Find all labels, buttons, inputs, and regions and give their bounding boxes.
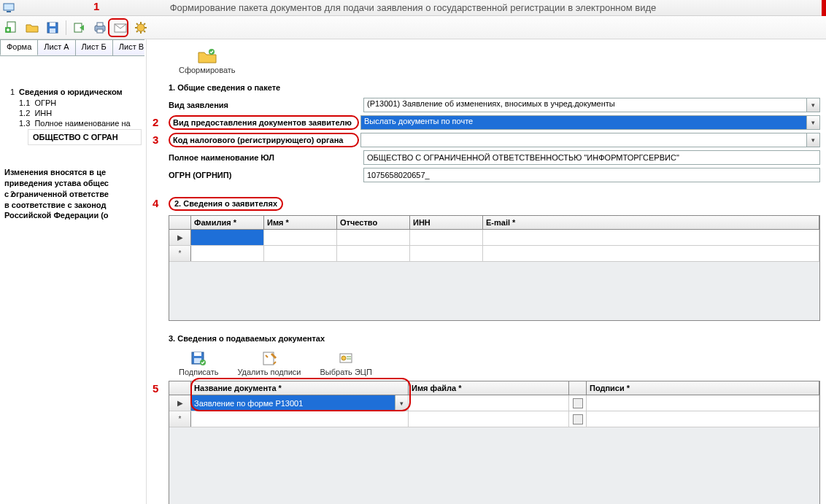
- tab-forma[interactable]: Форма: [0, 39, 38, 55]
- field-ogrn[interactable]: [363, 168, 820, 182]
- window-title: Формирование пакета документов для подач…: [0, 2, 826, 13]
- col-doc-name[interactable]: Название документа *: [191, 381, 409, 395]
- new-cell[interactable]: [410, 246, 483, 261]
- tab-list-v[interactable]: Лист В: [112, 39, 144, 55]
- row-selector-new[interactable]: *: [169, 246, 191, 261]
- svg-rect-9: [97, 23, 103, 26]
- label-application-type: Вид заявления: [169, 101, 362, 109]
- col-inn[interactable]: ИНН: [410, 216, 483, 229]
- annotation-4: 4: [153, 197, 158, 209]
- doc-row-new[interactable]: *: [169, 411, 191, 427]
- doc-name-dropdown-btn[interactable]: ▾: [395, 395, 408, 411]
- save-button[interactable]: [44, 19, 61, 36]
- svg-rect-15: [194, 352, 201, 356]
- documents-grid[interactable]: Название документа * Имя файла * Подписи…: [169, 381, 820, 504]
- tab-list-b[interactable]: Лист Б: [75, 39, 113, 55]
- sign-label: Подписать: [179, 368, 218, 376]
- delete-sign-label: Удалить подписи: [237, 368, 301, 376]
- new-cell[interactable]: [569, 411, 587, 427]
- annotation-3: 3: [153, 133, 158, 146]
- open-button[interactable]: [23, 19, 41, 36]
- col-email[interactable]: E-mail *: [483, 216, 819, 229]
- cell-email[interactable]: [483, 230, 819, 245]
- titlebar: Формирование пакета документов для подач…: [0, 0, 826, 16]
- settings-button[interactable]: [132, 19, 150, 36]
- form-package-label: Сформировать: [179, 66, 236, 74]
- org-name-box: ОБЩЕСТВО С ОГРАН: [28, 129, 142, 145]
- new-cell[interactable]: [191, 411, 409, 427]
- left-tabs: Форма Лист А Лист Б Лист В: [0, 39, 144, 55]
- col-flag[interactable]: [569, 381, 587, 395]
- choose-cert-button[interactable]: Выбрать ЭЦП: [317, 349, 375, 378]
- cell-signatures[interactable]: [587, 395, 819, 411]
- col-file-name[interactable]: Имя файла *: [409, 381, 569, 395]
- delete-sign-button[interactable]: Удалить подписи: [234, 349, 304, 378]
- field-full-name[interactable]: [363, 150, 820, 165]
- field-application-type[interactable]: (Р13001) Заявление об изменениях, вносим…: [363, 98, 807, 112]
- grid-empty-area: [169, 427, 819, 504]
- new-cell[interactable]: [483, 246, 819, 261]
- new-cell[interactable]: [587, 411, 819, 427]
- svg-rect-10: [97, 29, 103, 33]
- col-firstname[interactable]: Имя *: [264, 216, 337, 229]
- tab-list-a[interactable]: Лист А: [37, 39, 75, 55]
- group2-index: 2: [4, 189, 15, 200]
- group1-title: Сведения о юридическом: [19, 88, 123, 96]
- item-1-3: 1.3 Полное наименование на: [19, 119, 131, 128]
- group1-index: 1: [4, 88, 15, 96]
- cell-lastname[interactable]: [191, 230, 264, 245]
- mail-button[interactable]: [112, 19, 129, 36]
- section1-title: 1. Общие сведения о пакете: [169, 83, 820, 92]
- unchecked-box-icon[interactable]: [573, 398, 583, 408]
- dropdown-application-type[interactable]: ▾: [807, 98, 820, 112]
- row-selector-current[interactable]: ▶: [169, 230, 191, 245]
- col-patronymic[interactable]: Отчество: [337, 216, 410, 229]
- cell-doc-name[interactable]: Заявление по форме Р13001 ▾: [191, 395, 409, 411]
- field-delivery-method[interactable]: Выслать документы по почте: [360, 115, 807, 130]
- doc-row-selector[interactable]: ▶: [169, 395, 191, 411]
- item-1-2: 1.2 ИНН: [19, 109, 52, 117]
- label-delivery-method: Вид предоставления документов заявителю: [169, 115, 359, 130]
- delete-sign-icon: [260, 350, 278, 366]
- cell-firstname[interactable]: [264, 230, 337, 245]
- print-button[interactable]: [91, 19, 109, 36]
- label-ogrn: ОГРН (ОГРНИП): [169, 171, 362, 179]
- window-close-edge[interactable]: [822, 0, 826, 16]
- changes-text: Изменения вносятся в це приведения устав…: [4, 167, 142, 221]
- col-signatures[interactable]: Подписи *: [587, 381, 819, 395]
- new-file-button[interactable]: [3, 19, 20, 36]
- doc-name-dropdown-display[interactable]: Заявление по форме Р13001: [191, 395, 395, 411]
- svg-point-20: [341, 356, 346, 360]
- new-cell[interactable]: [191, 246, 264, 261]
- new-cell[interactable]: [409, 411, 569, 427]
- dropdown-tax-code[interactable]: ▾: [807, 133, 820, 147]
- new-cell[interactable]: [264, 246, 337, 261]
- cell-patronymic[interactable]: [337, 230, 410, 245]
- svg-rect-6: [50, 28, 55, 33]
- toolbar-separator: [66, 20, 66, 35]
- cell-inn[interactable]: [410, 230, 483, 245]
- cell-file-name[interactable]: [409, 395, 569, 411]
- right-pane: Сформировать 1. Общие сведения о пакете …: [146, 39, 826, 504]
- annotation-5: 5: [153, 382, 158, 395]
- toolbar: 1: [0, 16, 826, 39]
- export-button[interactable]: [71, 19, 88, 36]
- unchecked-box-icon[interactable]: [573, 414, 583, 424]
- sign-button[interactable]: Подписать: [176, 349, 221, 378]
- field-tax-code[interactable]: [360, 133, 807, 147]
- svg-point-12: [137, 24, 144, 31]
- cell-flag[interactable]: [569, 395, 587, 411]
- dropdown-delivery-method[interactable]: ▾: [807, 115, 820, 130]
- grid-empty-area: [169, 262, 819, 320]
- left-pane: Форма Лист А Лист Б Лист В 1 Сведения о …: [0, 39, 144, 504]
- cert-icon: [337, 350, 355, 366]
- form-package-button[interactable]: Сформировать: [176, 45, 239, 76]
- form-folder-icon: [197, 47, 217, 64]
- sign-disk-icon: [190, 350, 207, 366]
- label-tax-code: Код налогового (регистрирующего) органа: [169, 133, 359, 147]
- applicants-grid[interactable]: Фамилия * Имя * Отчество ИНН E-mail * ▶ …: [169, 215, 820, 321]
- annotation-2: 2: [153, 116, 158, 128]
- col-lastname[interactable]: Фамилия *: [191, 216, 264, 229]
- new-cell[interactable]: [337, 246, 410, 261]
- section3-title: 3. Сведения о подаваемых документах: [169, 334, 820, 343]
